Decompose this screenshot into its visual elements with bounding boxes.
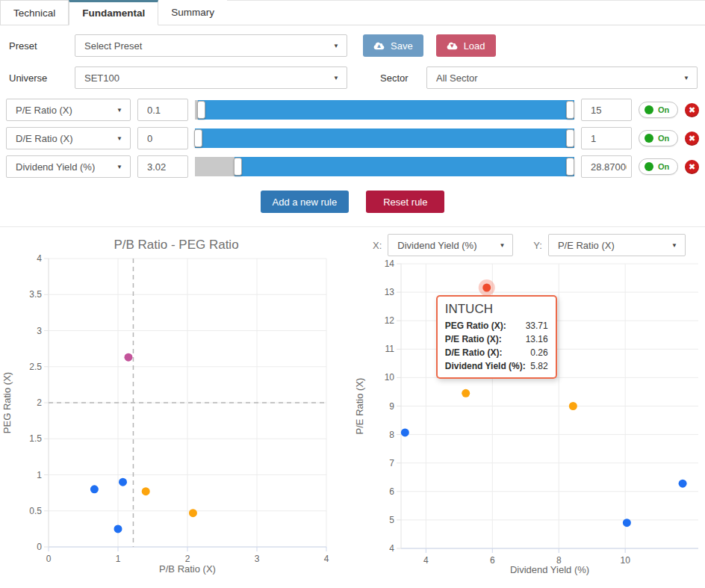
- left-chart: P/B Ratio - PEG Ratio 0123400.511.522.53…: [0, 227, 352, 586]
- delete-rule-button[interactable]: ✖: [685, 131, 699, 146]
- y-axis-label: Y:: [533, 240, 542, 251]
- scatter-point[interactable]: [679, 480, 687, 488]
- rule-row: Dividend Yield (%) ▼ On ✖: [6, 155, 699, 178]
- tooltip-row: P/E Ratio (X):13.16: [445, 332, 548, 346]
- svg-text:1: 1: [116, 554, 121, 564]
- svg-text:5: 5: [389, 515, 394, 525]
- left-chart-plot: 0123400.511.522.533.54P/B Ratio (X)PEG R…: [0, 253, 352, 582]
- svg-text:P/E Ratio (X): P/E Ratio (X): [354, 378, 365, 435]
- tab-bar: Technical Fundamental Summary: [0, 0, 705, 25]
- delete-rule-button[interactable]: ✖: [685, 160, 699, 174]
- charts-section: P/B Ratio - PEG Ratio 0123400.511.522.53…: [0, 227, 705, 586]
- svg-text:2: 2: [37, 397, 42, 408]
- rule-actions: Add a new rule Reset rule: [6, 191, 699, 213]
- tab-summary[interactable]: Summary: [158, 0, 227, 25]
- scatter-point[interactable]: [90, 485, 99, 493]
- svg-text:P/B Ratio (X): P/B Ratio (X): [159, 563, 216, 575]
- axis-selectors: X: Dividend Yield (%) ▼ Y: P/E Ratio (X)…: [352, 234, 705, 256]
- rule-row: P/E Ratio (X) ▼ On ✖: [6, 99, 699, 121]
- preset-row: Preset Select Preset ▼ ▲ Save ▼ Load: [6, 34, 699, 57]
- svg-text:4: 4: [324, 554, 329, 564]
- range-slider[interactable]: [195, 129, 574, 148]
- preset-select[interactable]: Select Preset ▼: [75, 34, 347, 57]
- slider-fill: [198, 100, 574, 120]
- rule-metric-select[interactable]: D/E Ratio (X) ▼: [6, 127, 131, 149]
- slider-fill: [235, 157, 574, 176]
- x-axis-select[interactable]: Dividend Yield (%) ▼: [388, 234, 513, 256]
- scatter-point[interactable]: [482, 284, 491, 292]
- toggle-on-dot: [645, 162, 653, 171]
- scatter-point[interactable]: [623, 519, 631, 527]
- scatter-point[interactable]: [114, 524, 122, 533]
- svg-text:0: 0: [46, 554, 52, 564]
- tooltip-symbol: INTUCH: [445, 302, 548, 317]
- svg-text:2.5: 2.5: [29, 362, 42, 372]
- cloud-download-icon: ▼: [447, 42, 458, 50]
- svg-text:3: 3: [255, 554, 260, 564]
- svg-text:3: 3: [37, 326, 42, 336]
- toggle-on-dot: [645, 134, 653, 143]
- delete-rule-button[interactable]: ✖: [685, 103, 699, 117]
- chevron-down-icon: ▼: [671, 242, 677, 249]
- rule-min-input[interactable]: [137, 99, 188, 121]
- slider-handle-max[interactable]: [566, 101, 574, 119]
- slider-handle-min[interactable]: [234, 158, 242, 176]
- tooltip-row: D/E Ratio (X):0.26: [445, 346, 548, 359]
- scatter-point[interactable]: [142, 487, 150, 495]
- universe-select[interactable]: SET100 ▼: [75, 66, 347, 89]
- preset-select-value: Select Preset: [84, 40, 142, 52]
- universe-label: Universe: [6, 72, 75, 84]
- download-arrow: ▼: [447, 42, 458, 50]
- scatter-point[interactable]: [124, 353, 132, 362]
- rule-enabled-toggle[interactable]: On: [639, 102, 678, 118]
- slider-handle-min[interactable]: [197, 101, 205, 119]
- svg-text:7: 7: [389, 458, 394, 468]
- sector-select[interactable]: All Sector ▼: [426, 66, 698, 89]
- chevron-down-icon: ▼: [499, 242, 505, 249]
- scatter-point[interactable]: [119, 478, 127, 486]
- tooltip-row: Dividend Yield (%):5.82: [445, 359, 548, 373]
- rule-max-input[interactable]: [581, 155, 632, 178]
- chevron-down-icon: ▼: [333, 43, 339, 49]
- slider-handle-min[interactable]: [194, 129, 202, 147]
- range-slider[interactable]: [195, 100, 574, 120]
- rule-min-input[interactable]: [137, 127, 188, 149]
- load-button[interactable]: ▼ Load: [436, 34, 496, 57]
- right-chart: X: Dividend Yield (%) ▼ Y: P/E Ratio (X)…: [352, 227, 705, 586]
- chevron-down-icon: ▼: [683, 75, 689, 81]
- reset-rule-button[interactable]: Reset rule: [366, 191, 444, 213]
- save-button[interactable]: ▲ Save: [363, 34, 423, 57]
- svg-text:4: 4: [423, 555, 429, 566]
- svg-text:4: 4: [37, 253, 42, 264]
- scatter-point[interactable]: [189, 509, 197, 517]
- tab-fundamental[interactable]: Fundamental: [69, 0, 158, 25]
- x-axis-label: X:: [373, 240, 382, 251]
- right-chart-plot: 468104567891011121314Dividend Yield (%)P…: [352, 256, 705, 586]
- universe-row: Universe SET100 ▼ Sector All Sector ▼: [6, 66, 699, 89]
- rule-enabled-toggle[interactable]: On: [639, 130, 678, 146]
- svg-text:10: 10: [385, 372, 395, 383]
- rule-metric-select[interactable]: P/E Ratio (X) ▼: [6, 99, 131, 121]
- rule-max-input[interactable]: [581, 127, 632, 149]
- svg-text:8: 8: [389, 430, 394, 440]
- scatter-point[interactable]: [462, 389, 470, 397]
- svg-text:14: 14: [385, 259, 395, 269]
- add-rule-button[interactable]: Add a new rule: [261, 191, 350, 213]
- y-axis-select[interactable]: P/E Ratio (X) ▼: [548, 234, 686, 256]
- slider-handle-max[interactable]: [566, 129, 574, 147]
- chart-tooltip: INTUCHPEG Ratio (X):33.71P/E Ratio (X):1…: [436, 295, 557, 379]
- rule-max-input[interactable]: [581, 99, 632, 121]
- svg-text:0.5: 0.5: [29, 506, 42, 516]
- fundamental-panel: Preset Select Preset ▼ ▲ Save ▼ Load Uni…: [0, 25, 705, 213]
- tab-technical[interactable]: Technical: [0, 0, 69, 25]
- rule-metric-select[interactable]: Dividend Yield (%) ▼: [6, 155, 131, 178]
- rule-min-input[interactable]: [137, 155, 188, 178]
- left-chart-title: P/B Ratio - PEG Ratio: [0, 238, 352, 253]
- slider-handle-max[interactable]: [566, 158, 574, 176]
- chevron-down-icon: ▼: [333, 75, 339, 81]
- chevron-down-icon: ▼: [117, 164, 122, 170]
- scatter-point[interactable]: [569, 402, 577, 410]
- rule-enabled-toggle[interactable]: On: [639, 158, 678, 175]
- range-slider[interactable]: [195, 157, 574, 176]
- scatter-point[interactable]: [401, 428, 409, 436]
